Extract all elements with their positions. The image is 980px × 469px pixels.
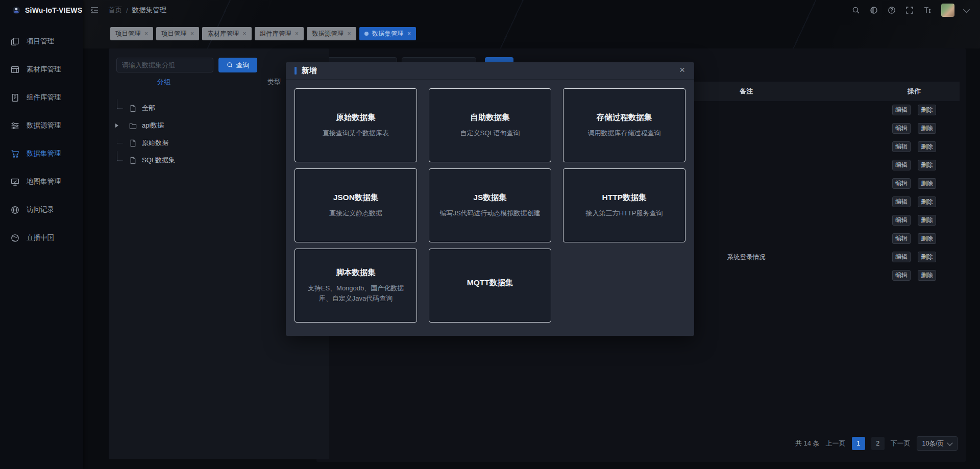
card-title: 脚本数据集 bbox=[336, 267, 376, 278]
page-tab[interactable]: 组件库管理× bbox=[255, 27, 304, 40]
sidebar-item-project[interactable]: 项目管理 bbox=[0, 31, 83, 52]
sidebar-item-datasource[interactable]: 数据源管理 bbox=[0, 115, 83, 136]
page-tab[interactable]: 项目管理× bbox=[156, 27, 199, 40]
fullscreen-icon[interactable] bbox=[905, 6, 914, 14]
search-button-label: 查询 bbox=[236, 61, 250, 70]
pagination-page-2[interactable]: 2 bbox=[871, 437, 885, 450]
sidebar-item-access-log[interactable]: 访问记录 bbox=[0, 200, 83, 220]
sidebar-item-label: 项目管理 bbox=[27, 37, 54, 46]
cell-remark bbox=[705, 230, 787, 248]
dataset-type-card[interactable]: MQTT数据集 bbox=[429, 249, 551, 323]
tree-connector bbox=[117, 134, 123, 143]
topbar: 首页 / 数据集管理 bbox=[0, 0, 980, 20]
dataset-type-card[interactable]: HTTP数据集 接入第三方HTTP服务查询 bbox=[563, 168, 685, 242]
grid-icon bbox=[11, 65, 19, 74]
delete-button[interactable]: 删除 bbox=[918, 215, 936, 226]
edit-button[interactable]: 编辑 bbox=[892, 141, 911, 152]
dataset-type-card[interactable]: JSON数据集 直接定义静态数据 bbox=[295, 168, 417, 242]
breadcrumb-home[interactable]: 首页 bbox=[108, 6, 122, 15]
delete-button[interactable]: 删除 bbox=[918, 123, 936, 134]
sidebar: SiWu-IoT-VIEWS 项目管理 素材库管理 组件库管理 数据源管理 数据… bbox=[0, 0, 83, 469]
sidebar-item-mapset[interactable]: 地图集管理 bbox=[0, 171, 83, 192]
page-size-select[interactable]: 10条/页 bbox=[917, 436, 958, 451]
folder-icon bbox=[129, 122, 137, 130]
title-accent-bar bbox=[295, 67, 297, 75]
delete-button[interactable]: 删除 bbox=[918, 233, 936, 244]
page-tab[interactable]: 项目管理× bbox=[110, 27, 153, 40]
close-icon[interactable]: × bbox=[679, 65, 685, 75]
pagination-total: 共 14 条 bbox=[795, 439, 820, 448]
edit-button[interactable]: 编辑 bbox=[892, 123, 911, 134]
delete-button[interactable]: 删除 bbox=[918, 141, 936, 152]
delete-button[interactable]: 删除 bbox=[918, 196, 936, 207]
chevron-down-icon bbox=[947, 440, 952, 446]
page-size-value: 10条/页 bbox=[922, 439, 944, 448]
app-root: SiWu-IoT-VIEWS 项目管理 素材库管理 组件库管理 数据源管理 数据… bbox=[0, 0, 980, 469]
card-description: 直接查询某个数据库表 bbox=[312, 128, 399, 138]
sidebar-item-label: 访问记录 bbox=[27, 205, 54, 214]
tab-close-icon[interactable]: × bbox=[144, 31, 148, 37]
tab-close-icon[interactable]: × bbox=[190, 31, 194, 37]
sliders-icon bbox=[11, 121, 19, 130]
search-icon bbox=[227, 62, 233, 68]
tree-item-label: api数据 bbox=[142, 121, 164, 130]
globe-icon bbox=[11, 234, 19, 242]
page-tab[interactable]: 素材库管理× bbox=[202, 27, 252, 40]
sidebar-item-label: 组件库管理 bbox=[27, 93, 61, 102]
delete-button[interactable]: 删除 bbox=[918, 252, 936, 262]
tab-close-icon[interactable]: × bbox=[407, 31, 411, 37]
font-size-icon[interactable] bbox=[923, 6, 932, 14]
group-search-input[interactable] bbox=[116, 58, 213, 72]
sidebar-item-live-china[interactable]: 直播中国 bbox=[0, 228, 83, 248]
page-tab-active[interactable]: 数据集管理× bbox=[359, 27, 416, 40]
tab-close-icon[interactable]: × bbox=[243, 31, 247, 37]
delete-button[interactable]: 删除 bbox=[918, 105, 936, 115]
group-search-button[interactable]: 查询 bbox=[218, 58, 257, 72]
user-avatar[interactable] bbox=[941, 4, 954, 17]
sidebar-item-dataset[interactable]: 数据集管理 bbox=[0, 143, 83, 164]
edit-button[interactable]: 编辑 bbox=[892, 270, 911, 281]
tree-connector bbox=[117, 151, 123, 161]
dataset-type-card[interactable]: JS数据集 编写JS代码进行动态模拟数据创建 bbox=[429, 168, 551, 242]
breadcrumb-current: 数据集管理 bbox=[132, 6, 167, 15]
edit-button[interactable]: 编辑 bbox=[892, 233, 911, 244]
cell-remark: 系统登录情况 bbox=[705, 248, 787, 266]
edit-button[interactable]: 编辑 bbox=[892, 178, 911, 189]
dataset-type-card[interactable]: 存储过程数据集 调用数据库存储过程查询 bbox=[563, 88, 685, 162]
help-icon[interactable] bbox=[888, 6, 896, 14]
sidebar-item-label: 地图集管理 bbox=[27, 177, 61, 186]
page-tab[interactable]: 数据源管理× bbox=[307, 27, 356, 40]
pagination-next[interactable]: 下一页 bbox=[891, 439, 911, 448]
edit-button[interactable]: 编辑 bbox=[892, 196, 911, 207]
search-icon[interactable] bbox=[852, 6, 860, 14]
theme-icon[interactable] bbox=[870, 6, 878, 14]
dataset-type-card[interactable]: 脚本数据集 支持ES、Mongodb、国产化数据库、自定义Java代码查询 bbox=[295, 249, 417, 323]
edit-button[interactable]: 编辑 bbox=[892, 252, 911, 262]
sidebar-item-label: 数据集管理 bbox=[27, 149, 61, 158]
tab-close-icon[interactable]: × bbox=[348, 31, 351, 37]
column-header-actions: 操作 bbox=[889, 82, 940, 101]
tab-label: 数据源管理 bbox=[312, 30, 344, 38]
dataset-type-card[interactable]: 原始数据集 直接查询某个数据库表 bbox=[295, 88, 417, 162]
sidebar-item-component[interactable]: 组件库管理 bbox=[0, 87, 83, 108]
collapse-menu-icon[interactable] bbox=[90, 6, 99, 15]
expand-caret-icon[interactable] bbox=[115, 124, 118, 128]
tab-group[interactable]: 分组 bbox=[109, 78, 219, 90]
edit-button[interactable]: 编辑 bbox=[892, 105, 911, 115]
cell-remark bbox=[705, 101, 787, 119]
tab-close-icon[interactable]: × bbox=[295, 31, 299, 37]
delete-button[interactable]: 删除 bbox=[918, 178, 936, 189]
delete-button[interactable]: 删除 bbox=[918, 160, 936, 170]
edit-button[interactable]: 编辑 bbox=[892, 215, 911, 226]
delete-button[interactable]: 删除 bbox=[918, 270, 936, 281]
edit-button[interactable]: 编辑 bbox=[892, 160, 911, 170]
pagination-page-1[interactable]: 1 bbox=[852, 437, 865, 450]
sidebar-item-label: 数据源管理 bbox=[27, 121, 61, 130]
sidebar-item-material[interactable]: 素材库管理 bbox=[0, 59, 83, 80]
pagination-prev[interactable]: 上一页 bbox=[826, 439, 846, 448]
dataset-type-cards: 原始数据集 直接查询某个数据库表 自助数据集 自定义SQL语句查询 存储过程数据… bbox=[295, 88, 685, 323]
dataset-type-card[interactable]: 自助数据集 自定义SQL语句查询 bbox=[429, 88, 551, 162]
tab-label: 素材库管理 bbox=[207, 30, 239, 38]
user-menu-caret-icon[interactable] bbox=[963, 6, 970, 13]
cell-remark bbox=[705, 266, 787, 285]
